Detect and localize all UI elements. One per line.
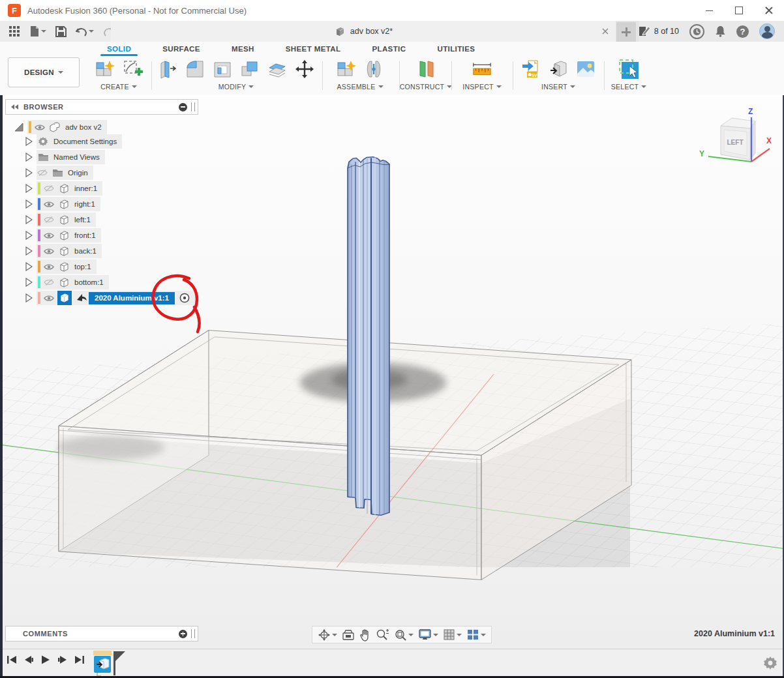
tree-row-right[interactable]: right:1 [25,197,100,211]
visibility-eye-icon[interactable] [43,263,55,271]
viewports-button[interactable] [466,628,486,641]
notifications-bell-icon[interactable] [715,25,726,37]
new-tab-button[interactable] [616,22,636,42]
comments-drag-handle[interactable] [191,629,195,638]
expand-arrow-icon[interactable] [25,262,33,271]
component-color-bar[interactable] [38,229,40,241]
tab-utilities[interactable]: UTILITIES [421,42,490,56]
browser-item-label[interactable]: adv box v2 [65,123,102,131]
save-button[interactable] [53,25,69,38]
component-color-bar[interactable] [38,183,40,194]
app-grid-button[interactable] [7,25,23,38]
modify-dropdown[interactable]: MODIFY [154,83,318,91]
tree-row-document-settings[interactable]: Document Settings [25,134,122,149]
grid-layout-button[interactable] [443,628,462,641]
visibility-eye-off-icon[interactable] [43,278,55,286]
new-component-button[interactable] [335,58,357,80]
combine-button[interactable] [239,58,261,80]
minimize-button[interactable] [694,0,724,21]
expand-arrow-icon[interactable] [25,168,33,177]
viewcube-face-label[interactable]: LEFT [727,139,744,146]
new-body-button[interactable] [94,58,116,80]
select-dropdown[interactable]: SELECT [607,83,651,91]
expand-arrow-icon[interactable] [25,199,33,209]
document-tab-close-icon[interactable] [600,26,611,37]
offset-face-button[interactable] [266,58,288,80]
insert-canvas-button[interactable] [575,58,597,80]
fillet-button[interactable] [184,58,206,80]
browser-item-label[interactable]: Document Settings [53,138,117,145]
expand-arrow-icon[interactable] [25,246,33,256]
expand-arrow-icon[interactable] [25,215,33,224]
browser-item-label[interactable]: bottom:1 [74,278,104,286]
go-to-end-button[interactable] [74,655,85,665]
inspect-dropdown[interactable]: INSPECT [454,83,510,91]
tree-row-named-views[interactable]: Named Views [25,150,105,164]
expand-arrow-icon[interactable] [25,137,33,146]
browser-item-label[interactable]: top:1 [74,263,91,271]
expand-arrow-icon[interactable] [25,153,33,162]
create-dropdown[interactable]: CREATE [89,83,149,91]
user-avatar[interactable] [759,23,775,39]
browser-item-label[interactable]: right:1 [74,200,95,208]
collapse-panel-icon[interactable] [11,104,18,110]
component-color-bar[interactable] [38,276,40,288]
browser-panel-header[interactable]: BROWSER [5,99,198,115]
expand-arrow-icon[interactable] [14,123,23,132]
timeline-settings-gear-icon[interactable] [763,656,777,670]
browser-item-label[interactable]: back:1 [74,247,97,255]
construct-dropdown[interactable]: CONSTRUCT [402,83,450,91]
step-back-button[interactable] [23,655,34,665]
workspace-selector[interactable]: DESIGN [8,57,80,87]
expand-arrow-icon[interactable] [25,184,33,193]
measure-button[interactable] [471,58,493,80]
tree-row-left[interactable]: left:1 [25,213,96,227]
undo-button[interactable] [73,25,97,38]
tab-solid[interactable]: SOLID [91,42,147,56]
component-color-bar[interactable] [29,121,31,133]
tree-row-inner[interactable]: inner:1 [25,181,102,196]
browser-item-label[interactable]: left:1 [74,216,91,224]
orbit-button[interactable] [318,628,337,641]
tree-row-2020-aluminium[interactable]: 2020 Aluminium v1:1 [25,291,196,305]
browser-minimize-icon[interactable] [179,103,187,111]
document-tab[interactable]: adv box v2* [111,21,616,42]
play-button[interactable] [40,655,51,665]
assemble-dropdown[interactable]: ASSEMBLE [325,83,395,91]
visibility-eye-icon[interactable] [43,232,55,239]
browser-item-label[interactable]: front:1 [74,231,96,239]
tab-mesh[interactable]: MESH [216,42,270,56]
timeline-insert-feature[interactable] [94,656,111,673]
joint-button[interactable] [363,58,385,80]
zoom-button[interactable] [376,628,389,641]
fit-button[interactable] [394,628,414,641]
component-color-bar[interactable] [38,214,40,226]
tree-row-back[interactable]: back:1 [25,244,102,258]
component-color-bar[interactable] [38,198,40,210]
create-sketch-button[interactable] [121,58,143,80]
tab-surface[interactable]: SURFACE [147,42,216,56]
help-button[interactable]: ? [736,25,749,38]
display-settings-button[interactable] [418,628,438,641]
browser-drag-handle[interactable] [191,102,195,111]
tree-row-front[interactable]: front:1 [25,228,101,243]
tab-sheet-metal[interactable]: SHEET METAL [270,42,357,56]
press-pull-button[interactable] [157,58,179,80]
visibility-eye-icon[interactable] [34,124,46,131]
visibility-eye-icon[interactable] [43,201,55,208]
insert-svg-button[interactable]: SVG [520,58,542,80]
timeline-position-marker[interactable] [113,651,125,675]
add-comment-icon[interactable] [179,630,187,638]
shell-button[interactable] [211,58,234,80]
aluminium-extrusion-body[interactable] [348,157,389,516]
insert-dropdown[interactable]: INSERT [515,83,601,91]
visibility-eye-icon[interactable] [43,295,55,302]
tab-plastic[interactable]: PLASTIC [356,42,421,56]
browser-item-label[interactable]: Origin [68,169,88,177]
job-status-button[interactable] [689,24,704,39]
visibility-eye-off-icon[interactable] [43,184,55,192]
construct-plane-button[interactable] [415,58,437,80]
expand-arrow-icon[interactable] [25,278,33,287]
view-cube[interactable]: LEFT Z X Y [698,104,779,170]
visibility-eye-off-icon[interactable] [43,216,55,224]
